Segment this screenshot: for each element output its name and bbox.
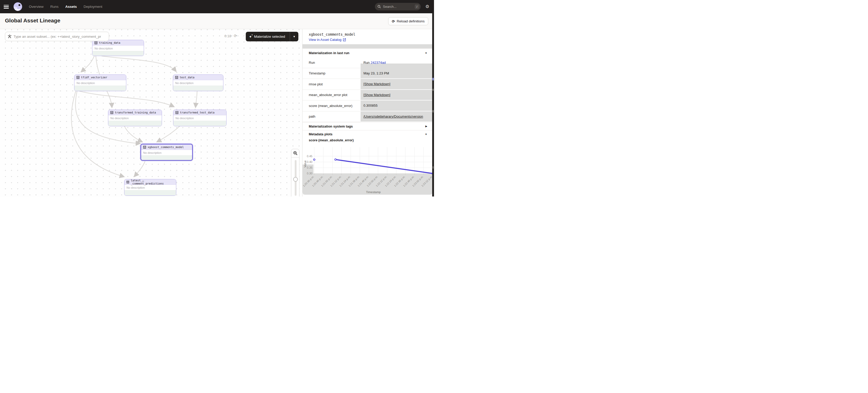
search-icon [377,5,381,8]
svg-text:0.30: 0.30 [307,172,312,175]
zoom-slider-thumb[interactable] [293,177,298,182]
reload-definitions-button[interactable]: ⟳ Reload definitions [388,17,428,25]
edge-tfidf-transformed-test [80,91,174,107]
node-status-bar: MaterializedMay 23, 1:23 PM [92,51,144,56]
metadata-plot-title: score (mean_absolute_error) [309,138,353,142]
edge-training-test [101,56,176,71]
node-description: No description [92,45,144,51]
refresh-timer: 0:18 [224,34,231,38]
sliver-glyph [432,89,434,91]
metadata-table: Run Run 242374ad Timestamp May 23, 1:23 … [303,57,432,122]
nav-item-overview[interactable]: Overview [29,5,43,9]
table-row-run: Run Run 242374ad [303,57,432,68]
node-description: No description [108,115,162,121]
edge-tfidf-latest [71,91,124,177]
external-link-icon [343,38,346,41]
node-description: No description [141,150,192,155]
zoom-in-icon [293,151,298,155]
svg-text:0.35: 0.35 [307,166,312,169]
node-status-bar: MaterializedMay 23, 1:23 PM [74,86,126,91]
table-row-timestamp: Timestamp May 23, 1:23 PM [303,68,432,79]
graph-toolbar: Type an asset subset... (ex: ++latest_st… [0,29,302,44]
asset-subset-filter-input[interactable]: Type an asset subset... (ex: ++latest_st… [5,32,109,41]
search-input[interactable]: Search... / [375,3,421,10]
refresh-icon: ⟳ [392,19,395,24]
node-status-bar: MaterializedMay 23, 1:23 PM [124,190,176,196]
table-icon [176,111,178,114]
sliver-glyph [432,166,434,169]
nav-item-deployment[interactable]: Deployment [84,5,102,9]
menu-icon[interactable] [4,5,9,9]
filter-placeholder: Type an asset subset... (ex: ++latest_st… [13,35,101,38]
table-row-path: path /Users/odetteharary/Documents/versi… [303,111,432,122]
asset-node-transformed-test-data[interactable]: transformed_test_data No description Mat… [173,109,226,126]
node-description: No description [173,80,223,86]
node-description: No description [74,80,126,86]
run-value: Run 242374ad [361,57,432,68]
table-icon [76,76,80,79]
chevron-down-icon: ▼ [425,133,427,136]
table-row-mae-plot: mean_absolute_error plot [Show Markdown] [303,90,432,101]
svg-text:0.40: 0.40 [307,160,312,163]
nav-item-assets[interactable]: Assets [65,5,77,9]
asset-node-test-data[interactable]: test_data No description MaterializedMay… [173,74,223,91]
score-chart: 0.450.400.350.30 1:20:36 p.m.1:20:48 p.m… [303,144,434,197]
score-line-chart: 0.450.400.350.30 1:20:36 p.m.1:20:48 p.m… [303,144,434,197]
refresh-icon[interactable]: ⟳ [234,34,237,38]
asset-details-panel: xgboost_comments_model View in Asset Cat… [302,29,434,197]
asset-lineage-graph[interactable]: Type an asset subset... (ex: ++latest_st… [0,29,302,197]
materialize-dropdown-caret[interactable]: ▼ [290,35,298,38]
table-icon [111,111,113,114]
zoom-slider[interactable] [291,157,299,197]
edge-xgboost-latest [134,161,145,176]
show-markdown-link[interactable]: [Show Markdown] [361,79,432,90]
node-status-bar: MaterializedMay 23, 1:23 PM [173,86,223,91]
edge-transformed-training-xgboost [124,126,142,142]
edge-transformed-test-xgboost [157,126,180,142]
asset-node-tfidf-vectorizer[interactable]: tfidf_vectorizer No description Material… [74,74,126,91]
x-axis-label: Timestamp [366,191,381,194]
table-icon [175,76,178,79]
y-axis-label: Value [304,160,307,167]
zoom-in-button[interactable] [291,149,299,157]
page-header: Global Asset Lineage ⟳ Reload definition… [0,13,434,29]
view-in-asset-catalog-link[interactable]: View in Asset Catalog [309,38,346,42]
section-materialization-system-tags[interactable]: Materialization system tags ▶ [303,122,432,130]
table-icon [143,146,146,149]
search-placeholder: Search... [383,5,415,9]
node-description: No description [124,185,176,190]
run-id-link[interactable]: 242374ad [371,61,386,65]
nav-item-runs[interactable]: Runs [50,5,59,9]
node-status-bar: MaterializedMay 23, 1:23 PM [141,155,192,161]
svg-text:0.45: 0.45 [307,155,312,158]
node-description: No description [174,115,226,121]
plot-area [313,147,434,173]
dagster-logo-icon[interactable] [13,2,22,11]
gear-icon[interactable]: ⚙ [426,4,429,9]
node-status-bar: MaterializedMay 23, 1:23 PM [174,121,226,126]
table-row-rmse-plot: rmse plot [Show Markdown] [303,79,432,90]
materialize-selected-button[interactable]: ✦✦ Materialize selected ▼ [246,32,298,41]
chevron-right-icon: ▶ [426,125,427,128]
section-metadata-plots[interactable]: Metadata plots ▼ [303,130,432,138]
node-status-bar: MaterializedMay 23, 1:23 PM [108,121,162,126]
asset-node-xgboost-comments-model[interactable]: xgboost_comments_model No description Ma… [141,144,193,161]
page-title: Global Asset Lineage [5,18,60,24]
edge-training-tfidf [81,56,94,72]
zoom-controls [291,149,300,197]
show-markdown-link[interactable]: [Show Markdown] [361,90,432,101]
section-materialization-in-last-run[interactable]: Materialization in last run ▼ [303,48,432,57]
path-link[interactable]: /Users/odetteharary/Documents/version [361,111,432,122]
asset-node-transformed-training-data[interactable]: transformed_training_data No description… [108,109,162,126]
sparkle-icon: ✦✦ [249,35,252,39]
search-shortcut-badge: / [415,4,419,9]
sliver-glyph [432,110,434,112]
top-nav: Overview Runs Assets Deployment Search..… [0,0,434,13]
nav-tabs: Overview Runs Assets Deployment [29,5,102,9]
asset-graph-icon [8,35,11,38]
asset-node-latest-comment-predictions[interactable]: latest_…_comment_predictions No descript… [124,179,176,196]
table-row-score: score (mean_absolute_error) 0.300855 [303,100,432,111]
table-icon [127,181,129,184]
edge-test-transformed-test [195,91,197,107]
panel-scrollbar-track[interactable] [303,44,432,48]
